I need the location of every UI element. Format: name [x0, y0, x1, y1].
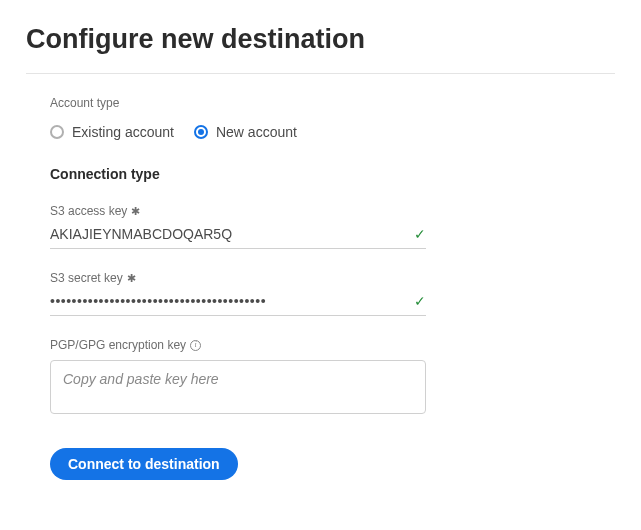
field-label: PGP/GPG encryption key — [50, 338, 186, 352]
input-wrap: ✓ — [50, 293, 426, 316]
destination-form: Account type Existing account New accoun… — [26, 96, 615, 480]
info-icon[interactable]: i — [190, 340, 201, 351]
checkmark-icon: ✓ — [414, 227, 426, 241]
s3-secret-key-field: S3 secret key ✱ ✓ — [50, 271, 426, 316]
field-label-row: S3 access key ✱ — [50, 204, 426, 218]
radio-label: Existing account — [72, 124, 174, 140]
field-label: S3 secret key — [50, 271, 123, 285]
radio-new-account[interactable]: New account — [194, 124, 297, 140]
pgp-key-field: PGP/GPG encryption key i — [50, 338, 426, 418]
connect-to-destination-button[interactable]: Connect to destination — [50, 448, 238, 480]
account-type-label: Account type — [50, 96, 615, 110]
field-label: S3 access key — [50, 204, 127, 218]
field-label-row: S3 secret key ✱ — [50, 271, 426, 285]
field-label-row: PGP/GPG encryption key i — [50, 338, 426, 352]
radio-existing-account[interactable]: Existing account — [50, 124, 174, 140]
connection-type-heading: Connection type — [50, 166, 615, 182]
account-type-radio-group: Existing account New account — [50, 124, 615, 140]
required-asterisk-icon: ✱ — [131, 205, 140, 218]
input-wrap: ✓ — [50, 226, 426, 249]
pgp-key-textarea[interactable] — [50, 360, 426, 414]
checkmark-icon: ✓ — [414, 294, 426, 308]
page-title: Configure new destination — [26, 24, 615, 55]
s3-access-key-field: S3 access key ✱ ✓ — [50, 204, 426, 249]
s3-access-key-input[interactable] — [50, 226, 396, 242]
configure-destination-page: Configure new destination Account type E… — [0, 0, 641, 504]
title-divider — [26, 73, 615, 74]
s3-secret-key-input[interactable] — [50, 293, 396, 309]
radio-label: New account — [216, 124, 297, 140]
required-asterisk-icon: ✱ — [127, 272, 136, 285]
radio-icon — [194, 125, 208, 139]
radio-icon — [50, 125, 64, 139]
